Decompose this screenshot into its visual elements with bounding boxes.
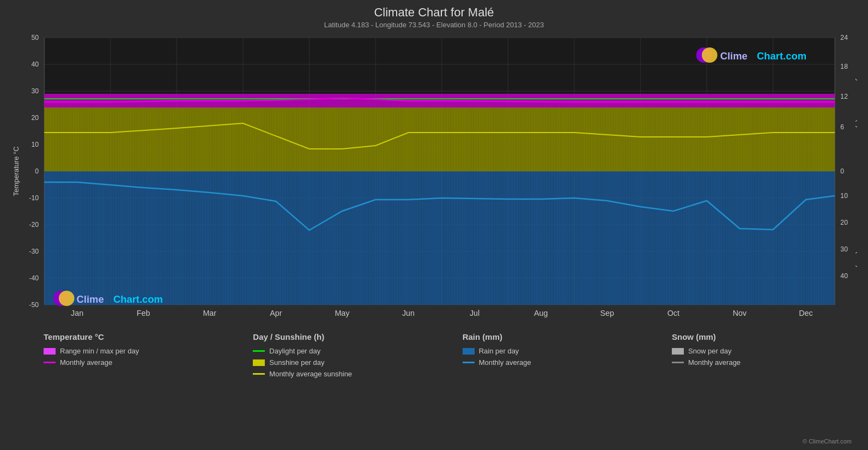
svg-text:Clime: Clime	[720, 51, 748, 62]
legend-snow-avg-label: Monthly average	[688, 358, 740, 367]
legend-sunshine-day-label: Sunshine per day	[269, 358, 324, 367]
legend-snow: Snow (mm) Snow per day Monthly average	[672, 332, 824, 378]
svg-text:Jul: Jul	[470, 309, 479, 317]
legend-area: Temperature °C Range min / max per day M…	[11, 326, 857, 378]
legend-sunshine-avg-label: Monthly average sunshine	[269, 370, 352, 378]
svg-text:24: 24	[840, 34, 848, 41]
legend-rain: Rain (mm) Rain per day Monthly average	[463, 332, 615, 378]
legend-rain-avg: Monthly average	[463, 358, 615, 367]
svg-text:Rain / Snow (mm): Rain / Snow (mm)	[855, 211, 857, 268]
svg-text:Chart.com: Chart.com	[113, 294, 163, 305]
legend-temperature: Temperature °C Range min / max per day M…	[44, 332, 196, 378]
chart-title: Climate Chart for Malé	[11, 5, 857, 20]
svg-text:-40: -40	[29, 274, 39, 282]
snow-swatch	[672, 348, 684, 355]
svg-text:0: 0	[35, 167, 39, 175]
svg-text:-20: -20	[29, 221, 39, 229]
svg-text:18: 18	[840, 63, 848, 70]
snow-avg-line	[672, 362, 684, 363]
svg-point-74	[59, 291, 75, 306]
svg-text:40: 40	[840, 272, 848, 280]
svg-text:Apr: Apr	[270, 309, 282, 317]
svg-text:40: 40	[31, 61, 39, 68]
legend-snow-title: Snow (mm)	[672, 332, 824, 341]
legend-sunshine: Day / Sunshine (h) Daylight per day Suns…	[253, 332, 405, 378]
legend-temp-avg-label: Monthly average	[60, 358, 112, 367]
svg-text:30: 30	[31, 87, 39, 95]
legend-temperature-title: Temperature °C	[44, 332, 196, 341]
svg-point-70	[702, 47, 718, 63]
chart-container: Climate Chart for Malé Latitude 4.183 - …	[0, 0, 868, 450]
legend-sunshine-avg: Monthly average sunshine	[253, 370, 405, 378]
svg-text:Clime: Clime	[77, 294, 104, 305]
svg-text:12: 12	[840, 93, 848, 100]
svg-text:-50: -50	[29, 301, 39, 309]
copyright: © ClimeChart.com	[803, 438, 852, 445]
svg-text:0: 0	[840, 167, 844, 175]
chart-subtitle: Latitude 4.183 - Longitude 73.543 - Elev…	[11, 21, 857, 29]
legend-sunshine-title: Day / Sunshine (h)	[253, 332, 405, 341]
svg-text:Mar: Mar	[203, 309, 216, 317]
legend-temp-range-label: Range min / max per day	[60, 347, 139, 355]
legend-daylight-label: Daylight per day	[269, 347, 320, 355]
svg-text:20: 20	[840, 219, 848, 226]
svg-text:May: May	[335, 309, 350, 317]
svg-text:Jun: Jun	[402, 309, 415, 317]
legend-daylight: Daylight per day	[253, 347, 405, 355]
svg-text:Day / Sunshine (h): Day / Sunshine (h)	[855, 69, 857, 128]
legend-snow-day-label: Snow per day	[688, 347, 732, 355]
svg-rect-32	[44, 107, 835, 171]
rain-swatch	[463, 348, 475, 355]
svg-text:30: 30	[840, 245, 848, 253]
svg-text:-10: -10	[29, 194, 39, 202]
legend-rain-day: Rain per day	[463, 347, 615, 355]
temp-avg-line	[44, 362, 56, 363]
svg-rect-29	[44, 171, 835, 305]
rain-avg-line	[463, 362, 475, 363]
chart-svg: Jan Feb Mar Apr May Jun Jul Aug Sep Oct …	[11, 32, 857, 321]
legend-snow-day: Snow per day	[672, 347, 824, 355]
temp-range-swatch	[44, 348, 56, 355]
legend-snow-avg: Monthly average	[672, 358, 824, 367]
svg-text:Jan: Jan	[71, 309, 83, 317]
daylight-line	[253, 350, 265, 352]
legend-temp-range: Range min / max per day	[44, 347, 196, 355]
legend-rain-avg-label: Monthly average	[479, 358, 531, 367]
legend-rain-title: Rain (mm)	[463, 332, 615, 341]
svg-text:6: 6	[840, 123, 844, 131]
sunshine-avg-line	[253, 373, 265, 375]
legend-rain-day-label: Rain per day	[479, 347, 519, 355]
svg-text:Temperature °C: Temperature °C	[12, 146, 20, 196]
svg-text:Chart.com: Chart.com	[757, 51, 806, 62]
legend-sunshine-day: Sunshine per day	[253, 358, 405, 367]
svg-text:20: 20	[31, 114, 39, 122]
svg-text:50: 50	[31, 34, 39, 41]
svg-text:10: 10	[840, 192, 848, 200]
svg-text:-30: -30	[29, 248, 39, 255]
svg-text:Oct: Oct	[667, 309, 679, 317]
svg-text:Aug: Aug	[534, 309, 548, 317]
svg-text:Dec: Dec	[799, 309, 812, 317]
svg-text:Nov: Nov	[733, 309, 747, 317]
sunshine-swatch	[253, 359, 265, 366]
svg-text:10: 10	[31, 141, 39, 148]
legend-temp-avg: Monthly average	[44, 358, 196, 367]
chart-area: Jan Feb Mar Apr May Jun Jul Aug Sep Oct …	[11, 32, 857, 321]
svg-text:Sep: Sep	[600, 309, 615, 317]
svg-text:Feb: Feb	[137, 309, 150, 317]
